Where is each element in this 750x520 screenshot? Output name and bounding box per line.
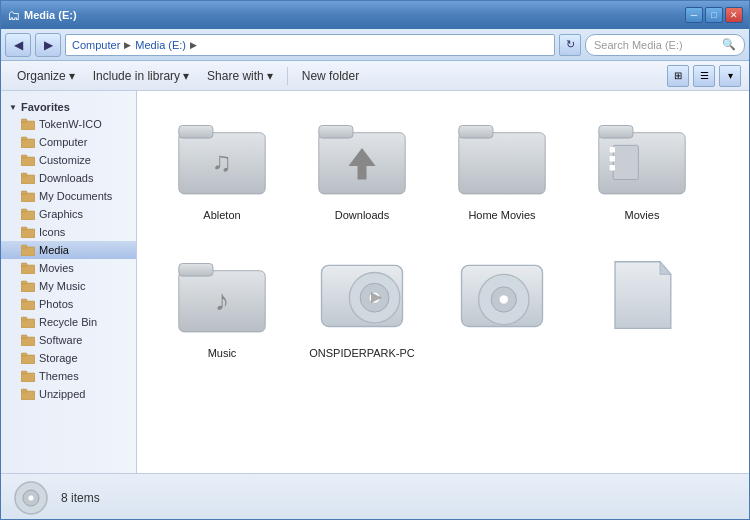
view-toggle-button[interactable]: ⊞ [667,65,689,87]
svg-rect-29 [21,371,27,374]
minimize-button[interactable]: ─ [685,7,703,23]
svg-rect-17 [21,263,27,266]
file-item-ableton[interactable]: ♫ Ableton [157,101,287,229]
sidebar-item-downloads[interactable]: Downloads [1,169,136,187]
file-item-movies[interactable]: Movies [577,101,707,229]
sidebar-item-label: Downloads [39,172,93,184]
svg-rect-45 [610,165,615,170]
breadcrumb-sep2: ▶ [190,40,197,50]
svg-rect-21 [21,299,27,302]
sidebar-item-my-music[interactable]: My Music [1,277,136,295]
address-field[interactable]: Computer ▶ Media (E:) ▶ [65,34,555,56]
sidebar-item-photos[interactable]: Photos [1,295,136,313]
file-item-home-movies[interactable]: Home Movies [437,101,567,229]
file-icon [314,247,410,343]
back-button[interactable]: ◀ [5,33,31,57]
sidebar-item-my-documents[interactable]: My Documents [1,187,136,205]
sidebar: ▼ Favorites TokenW-ICO Computer Customiz… [1,91,137,473]
sidebar-item-icons[interactable]: Icons [1,223,136,241]
view-details-button[interactable]: ▾ [719,65,741,87]
sidebar-item-icon [21,351,35,365]
sidebar-item-tokenw-ico[interactable]: TokenW-ICO [1,115,136,133]
search-icon[interactable]: 🔍 [722,38,736,51]
view-list-button[interactable]: ☰ [693,65,715,87]
include-library-button[interactable]: Include in library ▾ [85,65,197,87]
file-label: ONSPIDERPARK-PC [309,347,415,359]
svg-rect-13 [21,227,27,230]
close-button[interactable]: ✕ [725,7,743,23]
breadcrumb-media[interactable]: Media (E:) [135,39,186,51]
svg-rect-6 [21,175,35,184]
svg-rect-1 [21,119,27,122]
share-with-button[interactable]: Share with ▾ [199,65,281,87]
svg-rect-25 [21,335,27,338]
sidebar-item-movies[interactable]: Movies [1,259,136,277]
sidebar-items-list: TokenW-ICO Computer Customize Downloads … [1,115,136,403]
sidebar-item-icon [21,243,35,257]
file-icon [594,109,690,205]
svg-point-62 [28,495,34,501]
file-icon [454,109,550,205]
forward-button[interactable]: ▶ [35,33,61,57]
svg-rect-41 [599,126,633,139]
file-item-untitled-6[interactable] [437,239,567,367]
sidebar-item-label: TokenW-ICO [39,118,102,130]
breadcrumb-sep1: ▶ [124,40,131,50]
sidebar-item-icon [21,369,35,383]
window-icon: 🗂 [7,8,20,23]
toolbar: Organize ▾ Include in library ▾ Share wi… [1,61,749,91]
sidebar-item-computer[interactable]: Computer [1,133,136,151]
sidebar-item-label: Icons [39,226,65,238]
include-library-arrow-icon: ▾ [183,69,189,83]
svg-rect-40 [599,133,685,194]
file-item-downloads[interactable]: Downloads [297,101,427,229]
sidebar-item-recycle-bin[interactable]: Recycle Bin [1,313,136,331]
svg-rect-19 [21,281,27,284]
sidebar-item-label: Graphics [39,208,83,220]
sidebar-item-label: Media [39,244,69,256]
sidebar-item-software[interactable]: Software [1,331,136,349]
status-icon [13,480,49,516]
sidebar-item-customize[interactable]: Customize [1,151,136,169]
svg-rect-2 [21,139,35,148]
sidebar-item-icon [21,333,35,347]
file-item-music[interactable]: ♪ Music [157,239,287,367]
sidebar-item-icon [21,261,35,275]
file-item-onspiderpark-pc[interactable]: ONSPIDERPARK-PC [297,239,427,367]
file-item-untitled-7[interactable] [577,239,707,367]
sidebar-item-storage[interactable]: Storage [1,349,136,367]
sidebar-item-graphics[interactable]: Graphics [1,205,136,223]
refresh-button[interactable]: ↻ [559,34,581,56]
file-label: Music [208,347,237,359]
svg-rect-12 [21,229,35,238]
svg-rect-28 [21,373,35,382]
sidebar-item-themes[interactable]: Themes [1,367,136,385]
svg-rect-3 [21,137,27,140]
sidebar-item-label: Movies [39,262,74,274]
sidebar-item-label: My Music [39,280,85,292]
title-text: Media (E:) [24,9,77,21]
svg-rect-33 [179,126,213,139]
sidebar-item-label: Unzipped [39,388,85,400]
favorites-header[interactable]: ▼ Favorites [1,99,136,115]
organize-arrow-icon: ▾ [69,69,75,83]
new-folder-button[interactable]: New folder [294,65,367,87]
organize-button[interactable]: Organize ▾ [9,65,83,87]
sidebar-item-unzipped[interactable]: Unzipped [1,385,136,403]
sidebar-item-label: Customize [39,154,91,166]
new-folder-label: New folder [302,69,359,83]
svg-rect-36 [319,126,353,139]
search-box[interactable]: Search Media (E:) 🔍 [585,34,745,56]
file-label: Movies [625,209,660,221]
svg-rect-44 [610,156,615,161]
svg-rect-11 [21,209,27,212]
sidebar-item-media[interactable]: Media [1,241,136,259]
file-label: Ableton [203,209,240,221]
maximize-button[interactable]: □ [705,7,723,23]
file-icon [594,247,690,343]
svg-rect-7 [21,173,27,176]
toolbar-divider [287,67,288,85]
file-icon: ♫ [174,109,270,205]
breadcrumb-computer[interactable]: Computer [72,39,120,51]
title-bar-left: 🗂 Media (E:) [7,8,77,23]
